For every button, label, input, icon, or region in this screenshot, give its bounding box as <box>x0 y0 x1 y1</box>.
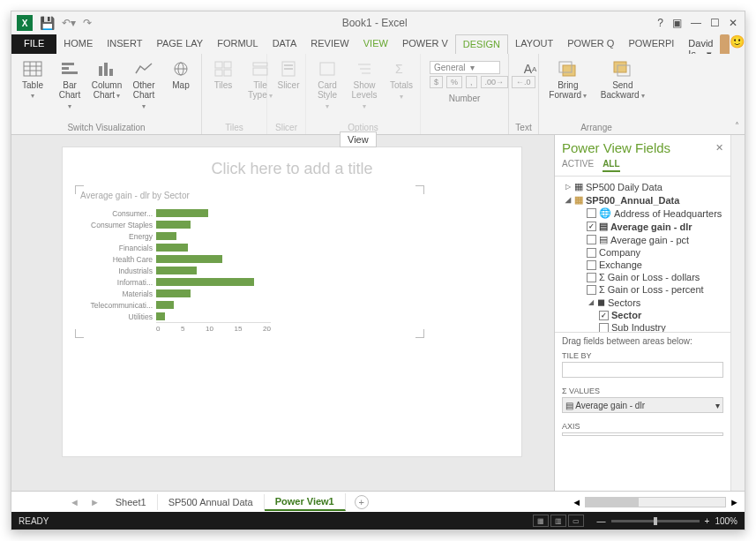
svg-rect-16 <box>215 70 222 76</box>
bring-forward-button[interactable]: Bring Forward <box>544 57 592 121</box>
field-avg-gain-dlr[interactable]: ▤ Average gain - dlr <box>560 220 729 233</box>
zone-tileby[interactable] <box>562 362 723 378</box>
drag-instruction: Drag fields between areas below: <box>555 332 730 348</box>
redo-icon[interactable]: ↷ <box>83 17 92 29</box>
account-name[interactable]: David Is... ▾ <box>681 34 720 54</box>
field-exchange[interactable]: Exchange <box>560 259 729 271</box>
increase-decimal-icon[interactable]: .00→ <box>481 76 509 88</box>
bar-row: Financials <box>80 242 292 253</box>
zoom-out-icon[interactable]: — <box>597 516 606 526</box>
bar-row: Industrials <box>80 265 292 276</box>
number-format-select[interactable]: General ▾ <box>430 61 500 74</box>
minimize-icon[interactable]: — <box>691 17 701 29</box>
svg-rect-15 <box>224 62 231 68</box>
tab-file[interactable]: FILE <box>11 34 56 54</box>
field-avg-gain-pct[interactable]: ▤ Average gain - pct <box>560 233 729 246</box>
bar-chart[interactable]: Average gain - dlr by Sector Consumer...… <box>80 191 292 333</box>
bar-row: Health Care <box>80 253 292 265</box>
comma-icon[interactable]: , <box>466 76 477 88</box>
currency-icon[interactable]: $ <box>430 76 443 88</box>
bar-chart-button[interactable]: Bar Chart <box>54 57 86 121</box>
tab-powerpivot[interactable]: POWERPI <box>621 34 681 54</box>
percent-icon[interactable]: % <box>446 76 462 88</box>
send-backward-button[interactable]: Send Backward <box>597 57 648 121</box>
tab-view[interactable]: VIEW <box>356 34 395 54</box>
column-chart-button[interactable]: Column Chart <box>91 57 123 121</box>
tab-powerview[interactable]: POWER V <box>395 34 455 54</box>
bar-row: Utilities <box>80 311 292 322</box>
bar-row: Energy <box>80 230 292 242</box>
other-chart-button[interactable]: Other Chart <box>128 57 160 121</box>
field-sub-industry[interactable]: Sub Industry <box>560 321 729 332</box>
tab-review[interactable]: REVIEW <box>303 34 356 54</box>
field-gain-loss-dollars[interactable]: Σ Gain or Loss - dollars <box>560 271 729 283</box>
undo-icon[interactable]: ↶▾ <box>62 17 76 29</box>
field-address[interactable]: 🌐 Address of Headquarters <box>560 207 729 220</box>
view-page-icon[interactable]: ▥ <box>550 515 566 527</box>
bar-value <box>156 301 174 309</box>
bar-value <box>156 289 191 297</box>
tab-formulas[interactable]: FORMUL <box>210 34 265 54</box>
new-sheet-button[interactable]: + <box>355 495 369 509</box>
sheet-tab-bar: ◄ ► Sheet1 SP500 Annual Data Power View1… <box>11 491 745 512</box>
pane-scrollbar[interactable] <box>730 135 745 491</box>
zoom-in-icon[interactable]: + <box>705 516 710 526</box>
crop-handle <box>415 329 424 338</box>
table-sp500-daily[interactable]: ▷▦ SP500 Daily Data <box>560 180 729 193</box>
power-view-fields-pane: Power View Fields✕ ACTIVE ALL ▷▦ SP500 D… <box>554 135 730 491</box>
window-title: Book1 - Excel <box>92 17 657 29</box>
crop-handle <box>75 185 84 194</box>
view-normal-icon[interactable]: ▦ <box>533 515 549 527</box>
field-list[interactable]: ▷▦ SP500 Daily Data ◢▦ SP500_Annual_Data… <box>555 177 730 332</box>
svg-rect-7 <box>62 71 78 74</box>
avatar[interactable] <box>720 34 730 56</box>
report-sheet[interactable]: Click here to add a title Average gain -… <box>63 147 521 456</box>
fields-tab-active[interactable]: ACTIVE <box>562 159 594 172</box>
field-gain-loss-percent[interactable]: Σ Gain or Loss - percent <box>560 283 729 296</box>
ribbon-display-icon[interactable]: ▣ <box>672 17 682 29</box>
sheet-tab-sheet1[interactable]: Sheet1 <box>105 494 158 510</box>
sheet-tab-powerview1[interactable]: Power View1 <box>265 493 346 511</box>
tab-home[interactable]: HOME <box>56 34 100 54</box>
view-tooltip: View <box>340 131 377 147</box>
close-pane-icon[interactable]: ✕ <box>715 142 723 154</box>
tab-pagelayout[interactable]: PAGE LAY <box>149 34 210 54</box>
zoom-slider[interactable] <box>611 520 700 522</box>
tab-insert[interactable]: INSERT <box>100 34 149 54</box>
title-placeholder[interactable]: Click here to add a title <box>80 160 504 178</box>
tab-layout[interactable]: LAYOUT <box>508 34 560 54</box>
group-sectors[interactable]: ◢◼ Sectors <box>560 296 729 309</box>
sheet-nav-next-icon[interactable]: ► <box>85 497 105 507</box>
close-icon[interactable]: ✕ <box>729 17 737 29</box>
field-company[interactable]: Company <box>560 246 729 259</box>
view-break-icon[interactable]: ▭ <box>568 515 584 527</box>
help-icon[interactable]: ? <box>657 17 663 29</box>
sheet-tab-sp500[interactable]: SP500 Annual Data <box>158 494 265 510</box>
collapse-ribbon-icon[interactable]: ˄ <box>735 121 739 131</box>
bar-category: Informati... <box>80 278 156 287</box>
table-sp500-annual[interactable]: ◢▦ SP500_Annual_Data <box>560 193 729 207</box>
horizontal-scrollbar[interactable]: ◄► <box>572 497 745 507</box>
table-button[interactable]: Table <box>17 57 49 121</box>
feedback-icon[interactable]: 🙂 <box>730 34 745 54</box>
zone-axis[interactable] <box>562 432 723 436</box>
chevron-down-icon[interactable]: ▾ <box>715 401 720 410</box>
power-view-canvas[interactable]: Click here to add a title Average gain -… <box>11 135 554 491</box>
field-sector[interactable]: Sector <box>560 309 729 321</box>
slicer-button: Slicer <box>273 57 304 121</box>
bar-row: Informati... <box>80 276 292 288</box>
save-icon[interactable]: 💾 <box>40 16 55 30</box>
zoom-control[interactable]: — + 100% <box>597 516 737 526</box>
bar-category: Industrials <box>80 267 156 275</box>
tab-powerquery[interactable]: POWER Q <box>560 34 621 54</box>
map-button[interactable]: Map <box>165 57 197 121</box>
zone-values[interactable]: ▤ Average gain - dlr▾ <box>562 397 723 413</box>
fields-tab-all[interactable]: ALL <box>603 159 619 172</box>
axis-tick: 0 <box>156 325 160 333</box>
tab-design[interactable]: DESIGN <box>455 34 508 54</box>
zoom-level[interactable]: 100% <box>715 516 737 526</box>
maximize-icon[interactable]: ☐ <box>710 17 720 29</box>
tab-data[interactable]: DATA <box>266 34 304 54</box>
tiles-button: Tiles <box>207 57 239 121</box>
sheet-nav-prev-icon[interactable]: ◄ <box>64 497 85 507</box>
